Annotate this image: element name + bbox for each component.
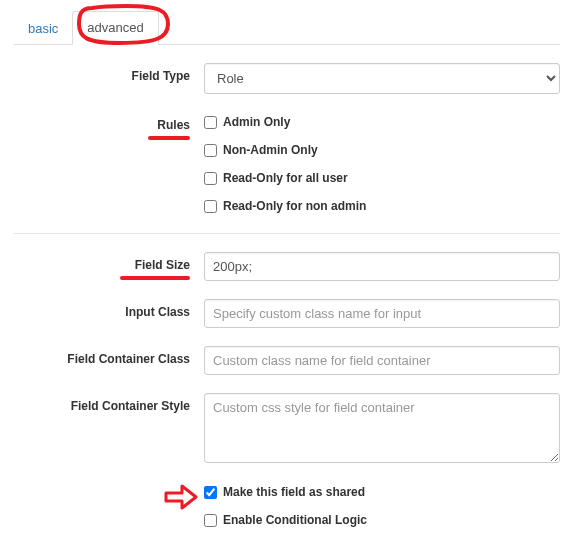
enable-conditional-label: Enable Conditional Logic: [223, 513, 367, 527]
rule-admin-only-checkbox[interactable]: [204, 116, 217, 129]
tab-basic[interactable]: basic: [14, 13, 72, 45]
field-size-input[interactable]: [204, 252, 560, 281]
tab-advanced[interactable]: advanced: [72, 11, 158, 45]
input-class-input[interactable]: [204, 299, 560, 328]
rules-label: Rules: [14, 112, 204, 132]
container-style-label: Field Container Style: [14, 393, 204, 413]
rule-readonly-all-label: Read-Only for all user: [223, 171, 348, 185]
input-class-label: Input Class: [14, 299, 204, 319]
tab-bar: basic advanced: [14, 10, 560, 45]
field-type-select[interactable]: Role: [204, 63, 560, 94]
enable-conditional-checkbox[interactable]: [204, 514, 217, 527]
rule-readonly-all-checkbox[interactable]: [204, 172, 217, 185]
container-class-label: Field Container Class: [14, 346, 204, 366]
rule-readonly-nonadmin-checkbox[interactable]: [204, 200, 217, 213]
field-type-label: Field Type: [14, 63, 204, 83]
container-style-textarea[interactable]: [204, 393, 560, 463]
annotation-underline-rules: [148, 136, 190, 140]
annotation-arrow: [164, 484, 198, 510]
make-shared-label: Make this field as shared: [223, 485, 365, 499]
field-size-label: Field Size: [14, 252, 204, 272]
make-shared-checkbox[interactable]: [204, 486, 217, 499]
annotation-underline-fieldsize: [120, 276, 190, 280]
rule-non-admin-only-checkbox[interactable]: [204, 144, 217, 157]
rule-readonly-nonadmin-label: Read-Only for non admin: [223, 199, 366, 213]
section-separator: [14, 233, 560, 234]
rule-non-admin-only-label: Non-Admin Only: [223, 143, 318, 157]
rule-admin-only-label: Admin Only: [223, 115, 290, 129]
container-class-input[interactable]: [204, 346, 560, 375]
